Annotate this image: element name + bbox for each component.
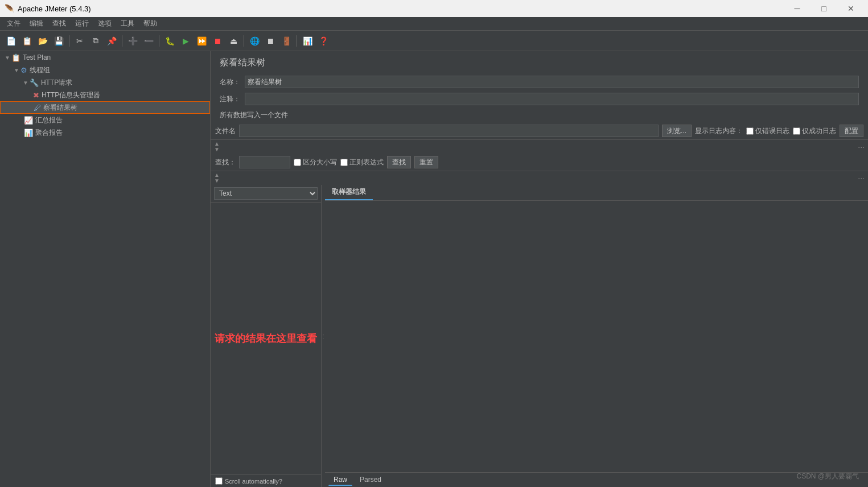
remote-stop-btn[interactable]: ⏹ xyxy=(263,34,278,48)
tree-item-aggregate-report[interactable]: 📊聚合报告 xyxy=(0,126,210,139)
scroll-arrows-1: ▲ ▼ xyxy=(214,141,220,152)
node-icon-result-tree: 🖊 xyxy=(34,104,41,112)
minimize-button[interactable]: ─ xyxy=(784,0,810,17)
success-log-checkbox[interactable] xyxy=(793,127,800,135)
detail-content xyxy=(325,201,868,472)
menu-bar: 文件编辑查找运行选项工具帮助 xyxy=(0,17,868,31)
menu-item-编辑[interactable]: 编辑 xyxy=(25,18,48,30)
window-controls: ─ □ ✕ xyxy=(784,0,863,17)
name-label: 名称： xyxy=(220,77,240,87)
close-button[interactable]: ✕ xyxy=(838,0,863,17)
function-helper-btn[interactable]: 📊 xyxy=(300,34,315,48)
success-log-checkbox-label[interactable]: 仅成功日志 xyxy=(793,126,836,136)
menu-item-文件[interactable]: 文件 xyxy=(2,18,25,30)
save-btn[interactable]: 💾 xyxy=(51,34,66,48)
debug-btn[interactable]: 🐛 xyxy=(162,34,177,48)
maximize-button[interactable]: □ xyxy=(811,0,837,17)
cut-btn[interactable]: ✂ xyxy=(72,34,87,48)
write-all-data-row: 所有数据写入一个文件 xyxy=(211,108,868,122)
tab-raw[interactable]: Raw xyxy=(328,474,352,486)
tree-label-result-tree: 察看结果树 xyxy=(43,103,77,113)
stop-btn[interactable]: ⏹ xyxy=(210,34,225,48)
tree-label-test-plan: Test Plan xyxy=(23,53,51,61)
new-btn[interactable]: 📄 xyxy=(3,34,18,48)
reset-button[interactable]: 重置 xyxy=(414,156,438,168)
error-log-label: 仅错误日志 xyxy=(755,126,789,136)
scroll-down-1[interactable]: ▼ xyxy=(214,147,220,152)
tree-label-thread-group: 线程组 xyxy=(30,65,50,75)
collapse-btn[interactable]: ➖ xyxy=(141,34,156,48)
error-log-checkbox-label[interactable]: 仅错误日志 xyxy=(746,126,789,136)
list-toolbar: Text RegExp Tester CSS/JQuery Tester XPa… xyxy=(211,185,321,203)
dots-menu-1[interactable]: ··· xyxy=(858,142,865,151)
list-footer: Scroll automatically? xyxy=(211,474,321,487)
scroll-auto-checkbox[interactable] xyxy=(215,477,223,485)
comment-input[interactable] xyxy=(245,93,859,105)
scroll-auto-label: Scroll automatically? xyxy=(225,478,282,485)
copy-btn[interactable]: ⧉ xyxy=(88,34,103,48)
scroll-row-2: ▲ ▼ ··· xyxy=(211,171,868,185)
toolbar-separator xyxy=(69,35,69,47)
left-list-panel: Text RegExp Tester CSS/JQuery Tester XPa… xyxy=(211,185,322,487)
tree-item-test-plan[interactable]: ▼📋Test Plan xyxy=(0,51,210,64)
scroll-arrows-2: ▲ ▼ xyxy=(214,172,220,184)
app-logo: 🪶 xyxy=(5,4,14,13)
tree-item-http-request[interactable]: ▼🔧HTTP请求 xyxy=(0,76,210,89)
search-row: 查找： 区分大小写 正则表达式 查找 重置 xyxy=(211,154,868,171)
dots-menu-2[interactable]: ··· xyxy=(858,174,865,183)
tree-label-aggregate-report: 聚合报告 xyxy=(35,128,63,138)
node-icon-aggregate-report: 📊 xyxy=(24,129,33,137)
tree-item-result-tree[interactable]: 🖊察看结果树 xyxy=(0,101,210,114)
menu-item-查找[interactable]: 查找 xyxy=(48,18,71,30)
paste-btn[interactable]: 📌 xyxy=(104,34,119,48)
menu-item-运行[interactable]: 运行 xyxy=(71,18,93,30)
regex-label[interactable]: 正则表达式 xyxy=(340,158,384,167)
remote-exit-btn[interactable]: 🚪 xyxy=(279,34,294,48)
scroll-down-2[interactable]: ▼ xyxy=(214,178,220,184)
case-sensitive-checkbox[interactable] xyxy=(294,159,301,166)
tree-item-summary-report[interactable]: 📈汇总报告 xyxy=(0,114,210,126)
shutdown-btn[interactable]: ⏏ xyxy=(226,34,241,48)
name-input[interactable] xyxy=(245,76,859,88)
regex-checkbox[interactable] xyxy=(340,159,348,166)
title-bar: 🪶 Apache JMeter (5.4.3) ─ □ ✕ xyxy=(0,0,868,17)
start-btn[interactable]: ▶ xyxy=(178,34,193,48)
name-row: 名称： xyxy=(211,73,868,90)
comment-label: 注释： xyxy=(220,94,240,104)
help-btn[interactable]: ❓ xyxy=(316,34,331,48)
node-icon-summary-report: 📈 xyxy=(24,116,33,125)
toolbar-separator xyxy=(159,35,159,47)
open-btn[interactable]: 📂 xyxy=(35,34,50,48)
toolbar: 📄📋📂💾✂⧉📌➕➖🐛▶⏩⏹⏏🌐⏹🚪📊❓ xyxy=(0,31,868,51)
node-icon-thread-group: ⚙ xyxy=(20,66,27,75)
start-no-pauses-btn[interactable]: ⏩ xyxy=(194,34,209,48)
browse-button[interactable]: 浏览... xyxy=(662,125,692,137)
tree-item-http-header[interactable]: ✖HTTP信息头管理器 xyxy=(0,89,210,101)
case-sensitive-label[interactable]: 区分大小写 xyxy=(294,158,337,167)
templates-btn[interactable]: 📋 xyxy=(19,34,34,48)
expand-btn[interactable]: ➕ xyxy=(125,34,140,48)
configure-button[interactable]: 配置 xyxy=(840,125,863,137)
tabs-bar: 取样器结果 xyxy=(325,185,868,201)
file-name-label: 文件名 xyxy=(215,126,236,136)
display-log-label: 显示日志内容： xyxy=(695,126,743,136)
file-row: 文件名 浏览... 显示日志内容： 仅错误日志 仅成功日志 配置 xyxy=(211,122,868,139)
file-name-input[interactable] xyxy=(239,125,659,137)
right-detail-panel: 取样器结果 Raw Parsed xyxy=(325,185,868,487)
main-area: ▼📋Test Plan▼⚙线程组▼🔧HTTP请求 ✖HTTP信息头管理器 🖊察看… xyxy=(0,51,868,487)
comment-row: 注释： xyxy=(211,90,868,108)
error-log-checkbox[interactable] xyxy=(746,127,754,135)
tree-label-summary-report: 汇总报告 xyxy=(35,115,63,125)
remote-start-btn[interactable]: 🌐 xyxy=(247,34,262,48)
tab-parsed[interactable]: Parsed xyxy=(355,474,386,486)
search-input[interactable] xyxy=(239,156,290,168)
toolbar-separator xyxy=(297,35,297,47)
tree-item-thread-group[interactable]: ▼⚙线程组 xyxy=(0,64,210,76)
menu-item-工具[interactable]: 工具 xyxy=(116,18,139,30)
content-split: Text RegExp Tester CSS/JQuery Tester XPa… xyxy=(211,185,868,487)
menu-item-选项[interactable]: 选项 xyxy=(93,18,116,30)
menu-item-帮助[interactable]: 帮助 xyxy=(139,18,162,30)
tab-sampler-result[interactable]: 取样器结果 xyxy=(325,185,373,200)
display-mode-dropdown[interactable]: Text RegExp Tester CSS/JQuery Tester XPa… xyxy=(214,187,318,200)
find-button[interactable]: 查找 xyxy=(387,156,411,168)
